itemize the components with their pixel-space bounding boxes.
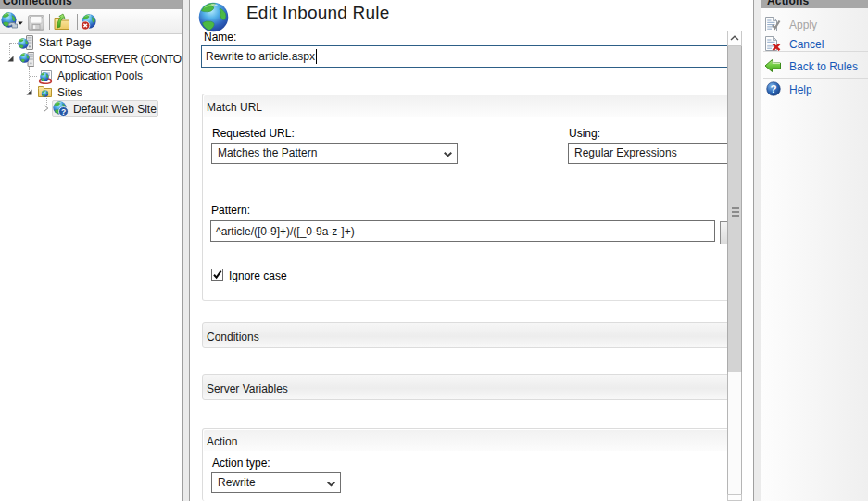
svg-text:?: ? — [61, 107, 66, 117]
svg-text:?: ? — [770, 83, 776, 94]
